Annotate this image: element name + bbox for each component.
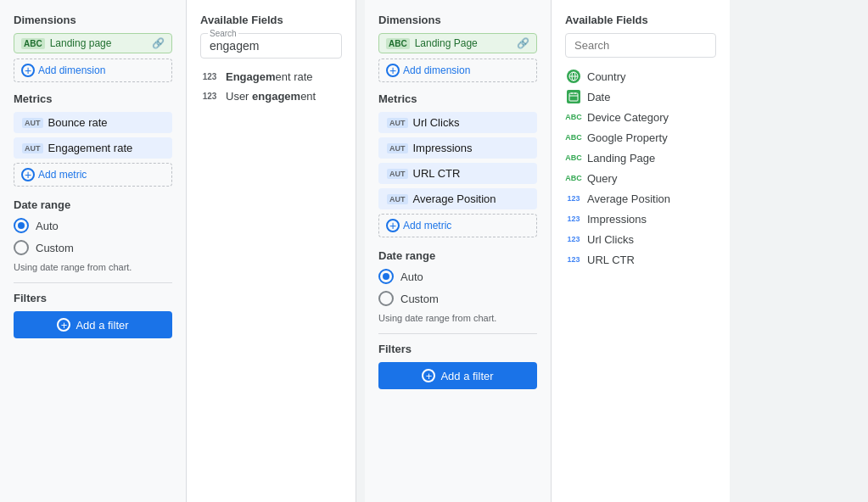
- google-property-icon: ABC: [567, 131, 580, 144]
- custom-radio-button-left[interactable]: [14, 240, 29, 255]
- link-icon-left: 🔗: [152, 37, 165, 49]
- right-dimensions-panel: Dimensions ABC Landing Page 🔗 + Add dime…: [365, 0, 552, 502]
- aut-label-bounce: AUT: [22, 118, 43, 128]
- custom-radio-right[interactable]: Custom: [378, 291, 537, 306]
- date-range-section-right: Date range Auto Custom Using date range …: [378, 249, 537, 323]
- dimension-chip-right[interactable]: ABC Landing Page 🔗: [378, 33, 537, 53]
- dimensions-title-right: Dimensions: [378, 14, 537, 26]
- abc-label-right: ABC: [386, 38, 410, 49]
- plus-icon-add-metric-right: +: [386, 219, 400, 232]
- metric-chip-engagement[interactable]: AUT Engagement rate: [14, 137, 172, 159]
- field-type-123-engagement: 123: [200, 72, 219, 81]
- add-dimension-button-right[interactable]: + Add dimension: [378, 59, 537, 82]
- field-text-user-engagement: User engagement: [226, 90, 316, 103]
- metric-chip-avg-position[interactable]: AUT Average Position: [378, 188, 537, 209]
- aut-label-url-ctr: AUT: [387, 169, 408, 179]
- url-ctr-icon: 123: [567, 253, 580, 266]
- auto-radio-label-left: Auto: [36, 220, 59, 232]
- avail-item-url-clicks[interactable]: 123 Url Clicks: [565, 229, 716, 249]
- field-text-engagement-rate: Engagement rate: [226, 70, 313, 83]
- dimension-chip-text-right: Landing Page: [415, 37, 478, 49]
- metric-chip-bounce[interactable]: AUT Bounce rate: [14, 112, 172, 133]
- date-range-title-right: Date range: [378, 249, 537, 262]
- field-item-user-engagement[interactable]: 123 User engagement: [200, 86, 342, 106]
- plus-icon-add-metric-left: +: [21, 168, 35, 181]
- right-available-fields-panel: Available Fields Country Date ABC Device…: [552, 0, 730, 502]
- metric-chip-url-clicks[interactable]: AUT Url Clicks: [378, 112, 537, 133]
- search-box-left[interactable]: Search: [200, 33, 342, 59]
- add-dimension-label-right: Add dimension: [403, 64, 470, 76]
- query-icon: ABC: [567, 171, 580, 185]
- custom-radio-left[interactable]: Custom: [14, 240, 172, 255]
- add-filter-label-right: Add a filter: [440, 370, 493, 382]
- aut-label-url-clicks: AUT: [387, 118, 408, 128]
- field-item-engagement-rate[interactable]: 123 Engagement rate: [200, 67, 342, 86]
- abc-label-left: ABC: [21, 38, 45, 49]
- filters-title-right: Filters: [378, 343, 537, 355]
- left-dimensions-panel: Dimensions ABC Landing page 🔗 + Add dime…: [0, 0, 187, 502]
- add-metric-button-left[interactable]: + Add metric: [14, 163, 172, 187]
- search-label-left: Search: [208, 29, 238, 38]
- available-fields-title-right: Available Fields: [565, 14, 716, 26]
- dimension-chip-left[interactable]: ABC Landing page 🔗: [14, 33, 172, 53]
- add-filter-button-right[interactable]: + Add a filter: [378, 362, 537, 389]
- aut-label-impressions: AUT: [387, 143, 408, 153]
- impressions-icon: 123: [567, 212, 580, 226]
- metric-chip-label-url-clicks: Url Clicks: [413, 116, 460, 129]
- avail-item-impressions[interactable]: 123 Impressions: [565, 209, 716, 229]
- avail-label-device-category: Device Category: [587, 111, 669, 124]
- avail-item-country[interactable]: Country: [565, 66, 716, 86]
- avail-label-url-clicks: Url Clicks: [587, 233, 634, 246]
- add-metric-label-right: Add metric: [403, 220, 451, 231]
- metric-chip-label-url-ctr: URL CTR: [413, 167, 461, 180]
- field-type-123-user-engagement: 123: [200, 92, 219, 101]
- svg-rect-3: [569, 93, 578, 101]
- avail-item-google-property[interactable]: ABC Google Property: [565, 127, 716, 148]
- date-hint-left: Using date range from chart.: [14, 262, 172, 272]
- link-icon-right: 🔗: [517, 37, 529, 49]
- metric-chip-label-impressions: Impressions: [413, 142, 473, 154]
- avail-label-impressions: Impressions: [587, 213, 647, 226]
- aut-label-engagement: AUT: [22, 143, 43, 153]
- metric-chip-impressions[interactable]: AUT Impressions: [378, 137, 537, 159]
- add-dimension-button-left[interactable]: + Add dimension: [14, 59, 172, 82]
- add-metric-button-right[interactable]: + Add metric: [378, 214, 537, 237]
- auto-radio-button-right[interactable]: [378, 269, 394, 284]
- avail-item-date[interactable]: Date: [565, 86, 716, 107]
- avail-label-avg-position: Average Position: [587, 192, 670, 205]
- search-input-left[interactable]: [210, 39, 333, 53]
- avail-label-query: Query: [587, 172, 617, 185]
- auto-radio-right[interactable]: Auto: [378, 269, 537, 284]
- auto-radio-left[interactable]: Auto: [14, 218, 172, 233]
- auto-radio-label-right: Auto: [400, 271, 423, 283]
- metric-chip-label-engagement: Engagement rate: [48, 142, 133, 154]
- metric-chip-label-bounce: Bounce rate: [48, 116, 108, 129]
- avail-item-avg-position[interactable]: 123 Average Position: [565, 188, 716, 209]
- device-category-icon: ABC: [567, 110, 580, 124]
- avail-label-google-property: Google Property: [587, 131, 668, 144]
- custom-radio-label-left: Custom: [36, 242, 74, 254]
- avg-position-icon: 123: [567, 192, 580, 205]
- country-icon: [567, 70, 580, 83]
- middle-spacer: [356, 0, 365, 502]
- avail-item-url-ctr[interactable]: 123 URL CTR: [565, 249, 716, 270]
- auto-radio-button-left[interactable]: [14, 218, 29, 233]
- filters-section-left: Filters + Add a filter: [14, 282, 172, 338]
- metrics-title-right: Metrics: [378, 92, 537, 105]
- add-filter-button-left[interactable]: + Add a filter: [14, 311, 172, 338]
- avail-item-query[interactable]: ABC Query: [565, 168, 716, 188]
- avail-item-landing-page[interactable]: ABC Landing Page: [565, 148, 716, 168]
- left-available-fields-panel: Available Fields Search 123 Engagement r…: [187, 0, 356, 502]
- avail-item-device-category[interactable]: ABC Device Category: [565, 107, 716, 127]
- aut-label-avg-position: AUT: [387, 194, 408, 204]
- date-icon: [567, 90, 580, 103]
- search-box-right[interactable]: [565, 33, 716, 58]
- add-metric-label-left: Add metric: [38, 169, 87, 181]
- search-input-right[interactable]: [574, 39, 707, 52]
- metric-chip-url-ctr[interactable]: AUT URL CTR: [378, 163, 537, 184]
- plus-icon-add-dimension-right: +: [386, 64, 400, 77]
- metric-chip-label-avg-position: Average Position: [413, 192, 496, 205]
- plus-icon-filter-left: +: [57, 318, 70, 332]
- available-fields-title-left: Available Fields: [200, 14, 342, 26]
- custom-radio-button-right[interactable]: [378, 291, 394, 306]
